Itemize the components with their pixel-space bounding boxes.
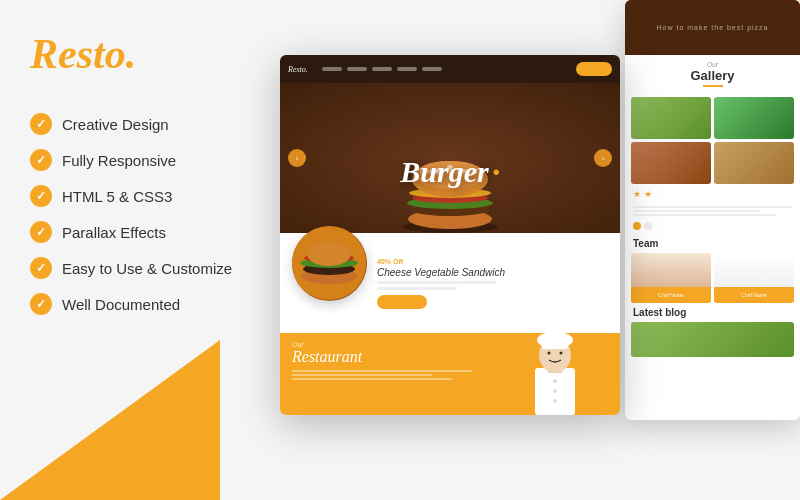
desc-line-2 bbox=[633, 210, 760, 212]
mockup-restaurant: Our Restaurant bbox=[280, 333, 620, 415]
restaurant-line-1 bbox=[292, 370, 472, 372]
feature-label-well-documented: Well Documented bbox=[62, 296, 180, 313]
check-icon-creative-design bbox=[30, 113, 52, 135]
back-description bbox=[625, 204, 800, 218]
feature-item-parallax-effects: Parallax Effects bbox=[30, 221, 240, 243]
team-overlay-2: Chef Name bbox=[714, 287, 794, 303]
special-desc-line-1 bbox=[377, 281, 497, 284]
nav-link-5 bbox=[422, 67, 442, 71]
svg-point-16 bbox=[307, 242, 351, 266]
chef-svg bbox=[520, 333, 590, 415]
special-badge: 40% Off bbox=[377, 258, 608, 265]
special-burger-image bbox=[292, 226, 367, 301]
restaurant-line-2 bbox=[292, 374, 432, 376]
team-title: Team bbox=[625, 234, 800, 253]
feature-label-html5-css3: HTML 5 & CSS3 bbox=[62, 188, 172, 205]
feature-label-fully-responsive: Fully Responsive bbox=[62, 152, 176, 169]
check-icon-well-documented bbox=[30, 293, 52, 315]
feature-item-creative-design: Creative Design bbox=[30, 113, 240, 135]
logo: Resto. bbox=[30, 30, 240, 78]
svg-point-26 bbox=[560, 352, 563, 355]
special-content: 40% Off Cheese Vegetable Sandwich bbox=[377, 258, 608, 309]
preview-area: How to make the best pizza Our Gallery ★… bbox=[270, 0, 800, 500]
team-name-2: Chef Name bbox=[741, 292, 766, 298]
mockup-front: Resto. ‹ THE BEST Burger • bbox=[280, 55, 620, 415]
hero-arrow-right: › bbox=[594, 149, 612, 167]
team-name-1: Chef Name bbox=[658, 292, 683, 298]
special-title: Cheese Vegetable Sandwich bbox=[377, 267, 608, 278]
gallery-cell-2 bbox=[714, 97, 794, 139]
feature-label-creative-design: Creative Design bbox=[62, 116, 169, 133]
dot-active bbox=[633, 222, 641, 230]
feature-label-parallax-effects: Parallax Effects bbox=[62, 224, 166, 241]
gallery-cell-4 bbox=[714, 142, 794, 184]
gallery-cell-1 bbox=[631, 97, 711, 139]
team-overlay-1: Chef Name bbox=[631, 287, 711, 303]
back-hero-section: How to make the best pizza bbox=[625, 0, 800, 55]
special-desc-line-2 bbox=[377, 287, 457, 290]
hero-main-text: Burger bbox=[400, 155, 488, 189]
back-hero-text: How to make the best pizza bbox=[657, 24, 769, 31]
back-dots bbox=[625, 218, 800, 234]
gallery-grid bbox=[625, 97, 800, 184]
feature-item-easy-to-use: Easy to Use & Customize bbox=[30, 257, 240, 279]
hero-arrow-left: ‹ bbox=[288, 149, 306, 167]
mockup-special: 40% Off Cheese Vegetable Sandwich bbox=[280, 233, 620, 333]
check-icon-fully-responsive bbox=[30, 149, 52, 171]
nav-link-1 bbox=[322, 67, 342, 71]
blog-image bbox=[631, 322, 794, 357]
svg-point-20 bbox=[553, 399, 557, 403]
gallery-section-title: Our Gallery bbox=[625, 55, 800, 97]
star-1: ★ bbox=[633, 189, 641, 199]
feature-item-well-documented: Well Documented bbox=[30, 293, 240, 315]
nav-link-2 bbox=[347, 67, 367, 71]
nav-links bbox=[322, 67, 442, 71]
mockup-navbar: Resto. bbox=[280, 55, 620, 83]
svg-point-18 bbox=[553, 379, 557, 383]
features-list: Creative Design Fully Responsive HTML 5 … bbox=[30, 113, 240, 315]
chef-image bbox=[520, 333, 590, 415]
mockup-back: How to make the best pizza Our Gallery ★… bbox=[625, 0, 800, 420]
mockup-hero: ‹ THE BEST Burger • bbox=[280, 83, 620, 233]
dot-inactive bbox=[644, 222, 652, 230]
check-icon-html5-css3 bbox=[30, 185, 52, 207]
star-2: ★ bbox=[644, 189, 652, 199]
desc-line-1 bbox=[633, 206, 792, 208]
feature-item-html5-css3: HTML 5 & CSS3 bbox=[30, 185, 240, 207]
blog-title: Latest blog bbox=[625, 303, 800, 322]
team-cell-1: Chef Name bbox=[631, 253, 711, 303]
nav-link-4 bbox=[397, 67, 417, 71]
rating-stars: ★ ★ bbox=[625, 184, 800, 204]
gallery-cell-3 bbox=[631, 142, 711, 184]
desc-line-3 bbox=[633, 214, 776, 216]
gallery-our-label: Our bbox=[625, 61, 800, 68]
nav-order-button bbox=[576, 62, 612, 76]
team-grid: Chef Name Chef Name bbox=[625, 253, 800, 303]
hero-dot: • bbox=[493, 161, 500, 184]
special-cta-button bbox=[377, 295, 427, 309]
feature-item-fully-responsive: Fully Responsive bbox=[30, 149, 240, 171]
gallery-divider bbox=[703, 85, 723, 87]
feature-label-easy-to-use: Easy to Use & Customize bbox=[62, 260, 232, 277]
team-cell-2: Chef Name bbox=[714, 253, 794, 303]
svg-point-25 bbox=[548, 352, 551, 355]
check-icon-parallax-effects bbox=[30, 221, 52, 243]
special-burger-svg bbox=[292, 226, 367, 301]
check-icon-easy-to-use bbox=[30, 257, 52, 279]
left-panel: Resto. Creative Design Fully Responsive … bbox=[0, 0, 270, 500]
svg-point-19 bbox=[553, 389, 557, 393]
nav-link-3 bbox=[372, 67, 392, 71]
restaurant-line-3 bbox=[292, 378, 452, 380]
mockup-nav-logo: Resto. bbox=[288, 65, 308, 74]
gallery-label: Gallery bbox=[625, 68, 800, 83]
